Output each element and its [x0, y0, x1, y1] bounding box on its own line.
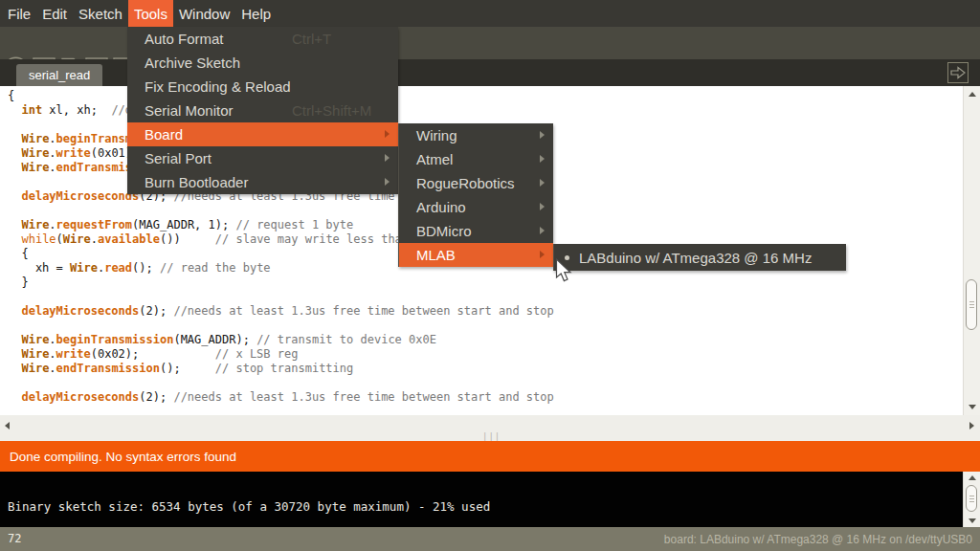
- serial-monitor-icon: [949, 65, 967, 80]
- console-scroll-thumb[interactable]: [966, 485, 977, 512]
- menuitem-roguerobotics[interactable]: RogueRobotics: [399, 171, 553, 195]
- arduino-ide-window: FileEditSketchToolsWindowHelp serial_r: [0, 0, 980, 551]
- code-line: [8, 290, 554, 304]
- code-line: Wire.beginTransmission(MAG_ADDR); // tra…: [8, 333, 554, 347]
- menuitem-atmel[interactable]: Atmel: [399, 147, 553, 171]
- submenu-arrow-icon: [540, 203, 545, 210]
- menuitem-label: Board: [145, 126, 183, 143]
- serial-monitor-button[interactable]: [947, 62, 969, 83]
- menuitem-auto-format[interactable]: Auto FormatCtrl+T: [127, 27, 398, 51]
- menu-file[interactable]: File: [2, 0, 36, 27]
- menuitem-label: Serial Monitor: [145, 102, 234, 119]
- menuitem-archive-sketch[interactable]: Archive Sketch: [127, 51, 398, 75]
- splitter-grip-icon[interactable]: |||: [482, 431, 501, 441]
- menubar: FileEditSketchToolsWindowHelp: [0, 0, 980, 27]
- menuitem-wiring[interactable]: Wiring: [399, 123, 553, 147]
- editor-vertical-scrollbar[interactable]: [963, 86, 980, 415]
- console-scroll-up-icon[interactable]: [969, 475, 976, 480]
- menuitem-bdmicro[interactable]: BDMicro: [399, 219, 553, 243]
- menuitem-label: Atmel: [416, 151, 453, 167]
- menuitem-label: MLAB: [416, 247, 456, 263]
- menuitem-fix-encoding-reload[interactable]: Fix Encoding & Reload: [127, 75, 398, 99]
- menuitem-label: RogueRobotics: [416, 175, 515, 191]
- scroll-left-icon[interactable]: [5, 422, 10, 430]
- menu-help[interactable]: Help: [235, 0, 277, 27]
- submenu-arrow-icon: [540, 155, 545, 163]
- console-vertical-scrollbar[interactable]: [963, 472, 980, 527]
- editor-scroll-thumb[interactable]: [966, 279, 977, 330]
- board-port-info: board: LABduino w/ ATmega328 @ 16 MHz on…: [664, 533, 972, 546]
- menu-edit[interactable]: Edit: [36, 0, 73, 27]
- menuitem-labduino-w-atmega328-16-mhz[interactable]: LABduino w/ ATmega328 @ 16 MHz: [554, 244, 846, 271]
- tools-menu-popup: Auto FormatCtrl+TArchive SketchFix Encod…: [127, 27, 398, 194]
- menu-window[interactable]: Window: [173, 0, 235, 27]
- menuitem-mlab[interactable]: MLAB: [399, 243, 553, 267]
- menuitem-label: Archive Sketch: [145, 55, 240, 71]
- menuitem-arduino[interactable]: Arduino: [399, 195, 553, 219]
- menuitem-label: Auto Format: [145, 31, 224, 47]
- submenu-arrow-icon: [385, 178, 390, 186]
- mouse-cursor: [555, 258, 573, 285]
- scroll-up-icon[interactable]: [969, 92, 976, 97]
- submenu-arrow-icon: [540, 179, 545, 187]
- console-output: Binary sketch size: 6534 bytes (of a 307…: [8, 499, 490, 514]
- submenu-arrow-icon: [540, 227, 545, 234]
- menuitem-serial-monitor[interactable]: Serial MonitorCtrl+Shift+M: [127, 99, 398, 122]
- code-line: delayMicroseconds(2); //needs at least 1…: [8, 304, 554, 319]
- submenu-arrow-icon: [385, 154, 390, 162]
- footer-status-bar: 72 board: LABduino w/ ATmega328 @ 16 MHz…: [0, 527, 980, 551]
- console[interactable]: Binary sketch size: 6534 bytes (of a 307…: [0, 472, 980, 527]
- code-line: Wire.write(0x02); // x LSB reg: [8, 347, 554, 362]
- thumb-grip: [969, 301, 974, 308]
- menuitem-shortcut: Ctrl+Shift+M: [292, 102, 371, 119]
- submenu-arrow-icon: [540, 131, 545, 139]
- menuitem-label: Serial Port: [145, 150, 212, 166]
- thumb-grip: [969, 496, 974, 502]
- scroll-right-icon[interactable]: [969, 422, 974, 430]
- tab-serial-read[interactable]: serial_read: [16, 64, 102, 86]
- code-line: Wire.endTransmission(); // stop transmit…: [8, 362, 554, 376]
- menuitem-serial-port[interactable]: Serial Port: [127, 146, 398, 170]
- menuitem-label: Burn Bootloader: [145, 174, 248, 190]
- scroll-down-icon[interactable]: [969, 405, 976, 409]
- menuitem-shortcut: Ctrl+T: [292, 31, 331, 47]
- menuitem-label: Wiring: [416, 127, 457, 143]
- code-line: }: [8, 276, 554, 290]
- menuitem-label: BDMicro: [416, 223, 472, 239]
- submenu-arrow-icon: [385, 130, 390, 138]
- mlab-submenu-popup: LABduino w/ ATmega328 @ 16 MHz: [553, 244, 846, 271]
- menuitem-label: Fix Encoding & Reload: [145, 78, 291, 95]
- menuitem-burn-bootloader[interactable]: Burn Bootloader: [127, 170, 398, 194]
- status-bar: Done compiling. No syntax errors found: [0, 441, 980, 472]
- code-line: [8, 376, 554, 390]
- board-submenu-popup: WiringAtmelRogueRoboticsArduinoBDMicroML…: [398, 123, 553, 267]
- console-scroll-down-icon[interactable]: [969, 518, 976, 523]
- menuitem-label: Arduino: [416, 199, 466, 215]
- current-line-number: 72: [8, 532, 21, 545]
- menu-sketch[interactable]: Sketch: [73, 0, 128, 27]
- code-line: [8, 319, 554, 333]
- menuitem-label: LABduino w/ ATmega328 @ 16 MHz: [579, 250, 812, 266]
- menuitem-board[interactable]: Board: [127, 122, 398, 146]
- code-line: delayMicroseconds(2); //needs at least 1…: [8, 390, 554, 405]
- menu-tools[interactable]: Tools: [128, 0, 173, 27]
- editor-horizontal-scrollbar[interactable]: |||: [0, 415, 980, 441]
- status-message: Done compiling. No syntax errors found: [10, 450, 236, 464]
- submenu-arrow-icon: [540, 251, 545, 258]
- tab-label: serial_read: [29, 68, 90, 82]
